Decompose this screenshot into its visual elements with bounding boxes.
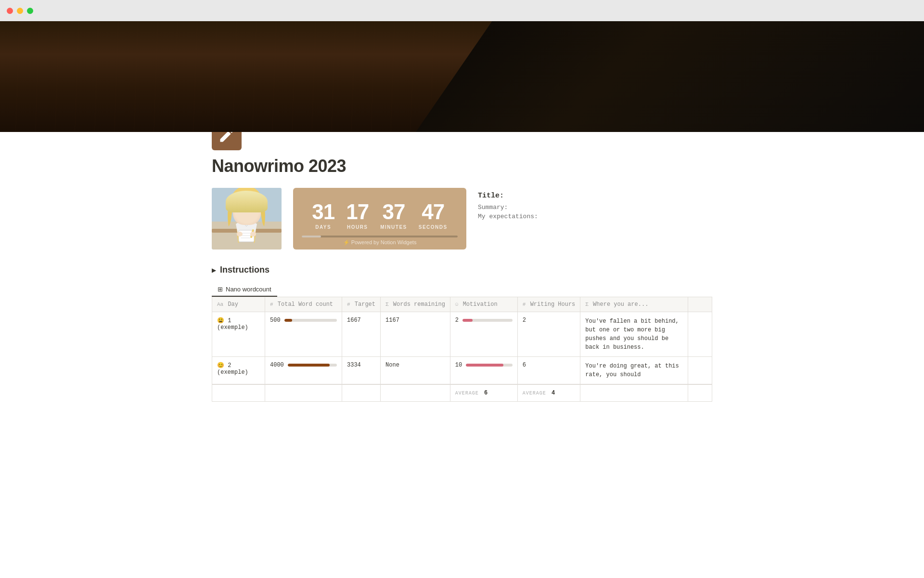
cell-motivation-1: 2 xyxy=(450,312,517,357)
svg-point-4 xyxy=(230,188,263,221)
svg-point-8 xyxy=(239,206,242,209)
svg-rect-1 xyxy=(212,188,282,222)
cell-motivation-2: 10 xyxy=(450,357,517,385)
svg-point-11 xyxy=(250,207,253,210)
avg-empty-5 xyxy=(580,384,688,402)
countdown-widget[interactable]: 31 DAYS 17 HOURS 37 MINUTES 47 SECONDS xyxy=(293,188,466,250)
svg-point-19 xyxy=(237,232,243,236)
svg-point-9 xyxy=(249,206,251,209)
table-header-row: Aa Day # Total Word count # Target Σ Wor… xyxy=(212,297,712,312)
book-info-panel: Title: Summary: My expectations: xyxy=(478,188,712,226)
cell-where-1: You've fallen a bit behind, but one or t… xyxy=(580,312,688,357)
svg-point-7 xyxy=(248,204,255,212)
avg-motivation: AVERAGE 6 xyxy=(450,384,517,402)
book-expectations-label: My expectations: xyxy=(478,213,712,220)
th-where: Σ Where you are... xyxy=(580,297,688,312)
th-word-count: # Total Word count xyxy=(265,297,342,312)
th-target: # Target xyxy=(342,297,381,312)
countdown-days: 31 DAYS xyxy=(312,201,334,230)
tab-label: Nano wordcount xyxy=(226,286,271,293)
cell-extra-2 xyxy=(688,357,712,385)
avg-empty-1 xyxy=(212,384,265,402)
cell-day-2: 😊 2(exemple) xyxy=(212,357,265,385)
countdown-hours: 17 HOURS xyxy=(346,201,369,230)
nano-table: Aa Day # Total Word count # Target Σ Wor… xyxy=(212,297,712,402)
cell-day-1: 😩 1(exemple) xyxy=(212,312,265,357)
avg-hours: AVERAGE 4 xyxy=(517,384,580,402)
progress-fill xyxy=(288,364,330,367)
book-title-label: Title: xyxy=(478,192,712,200)
countdown-scrollbar-thumb xyxy=(302,236,321,237)
th-remaining: Σ Words remaining xyxy=(381,297,450,312)
fullscreen-button[interactable] xyxy=(27,8,33,14)
page-content: Nanowrimo 2023 xyxy=(173,120,751,421)
cell-target-1: 1667 xyxy=(342,312,381,357)
motivation-fill xyxy=(462,319,473,322)
svg-point-5 xyxy=(236,197,257,221)
countdown-footer: ⚡ Powered by Notion Widgets xyxy=(343,239,417,250)
nano-wordcount-tab[interactable]: ⊞ Nano wordcount xyxy=(212,283,277,297)
avg-empty-6 xyxy=(688,384,712,402)
database-icon: ⊞ xyxy=(218,286,223,293)
svg-point-10 xyxy=(241,207,244,210)
table-row: 😊 2(exemple) 4000 3334 None 10 xyxy=(212,357,712,385)
avg-empty-3 xyxy=(342,384,381,402)
hero-banner xyxy=(0,21,924,132)
cell-extra-1 xyxy=(688,312,712,357)
page-title: Nanowrimo 2023 xyxy=(212,156,712,176)
cell-wordcount-1: 500 xyxy=(265,312,342,357)
progress-fill xyxy=(284,319,292,322)
instructions-section: ▶ Instructions xyxy=(212,265,712,275)
countdown-seconds: 47 SECONDS xyxy=(419,201,448,230)
svg-point-12 xyxy=(236,211,242,214)
th-hours: # Writing Hours xyxy=(517,297,580,312)
anime-illustration xyxy=(212,188,282,250)
typewriter-silhouette xyxy=(416,21,924,132)
cell-hours-1: 2 xyxy=(517,312,580,357)
svg-point-20 xyxy=(250,232,256,236)
anime-figure-art xyxy=(212,188,282,250)
avg-empty-2 xyxy=(265,384,342,402)
th-extra xyxy=(688,297,712,312)
database-tabs: ⊞ Nano wordcount xyxy=(212,283,277,297)
countdown-display: 31 DAYS 17 HOURS 37 MINUTES 47 SECONDS xyxy=(312,188,447,236)
motivation-fill xyxy=(466,364,503,367)
book-summary-label: Summary: xyxy=(478,204,712,211)
instructions-label: Instructions xyxy=(220,265,270,275)
countdown-scrollbar xyxy=(302,236,458,237)
content-row: 31 DAYS 17 HOURS 37 MINUTES 47 SECONDS xyxy=(212,188,712,250)
cell-remaining-2: None xyxy=(381,357,450,385)
avg-empty-4 xyxy=(381,384,450,402)
cell-hours-2: 6 xyxy=(517,357,580,385)
window-chrome xyxy=(0,0,924,21)
svg-point-13 xyxy=(251,211,257,214)
close-button[interactable] xyxy=(7,8,13,14)
th-day: Aa Day xyxy=(212,297,265,312)
th-motivation: ☺ Motivation xyxy=(450,297,517,312)
table-row: 😩 1(exemple) 500 1667 1167 2 xyxy=(212,312,712,357)
svg-point-6 xyxy=(238,204,245,212)
cell-remaining-1: 1167 xyxy=(381,312,450,357)
countdown-minutes: 37 MINUTES xyxy=(380,201,407,230)
cell-wordcount-2: 4000 xyxy=(265,357,342,385)
instructions-toggle[interactable]: ▶ Instructions xyxy=(212,265,712,275)
minimize-button[interactable] xyxy=(17,8,23,14)
cell-where-2: You're doing great, at this rate, you sh… xyxy=(580,357,688,385)
table-average-row: AVERAGE 6 AVERAGE 4 xyxy=(212,384,712,402)
cell-target-2: 3334 xyxy=(342,357,381,385)
anime-image xyxy=(212,188,282,250)
triangle-icon: ▶ xyxy=(212,267,216,274)
